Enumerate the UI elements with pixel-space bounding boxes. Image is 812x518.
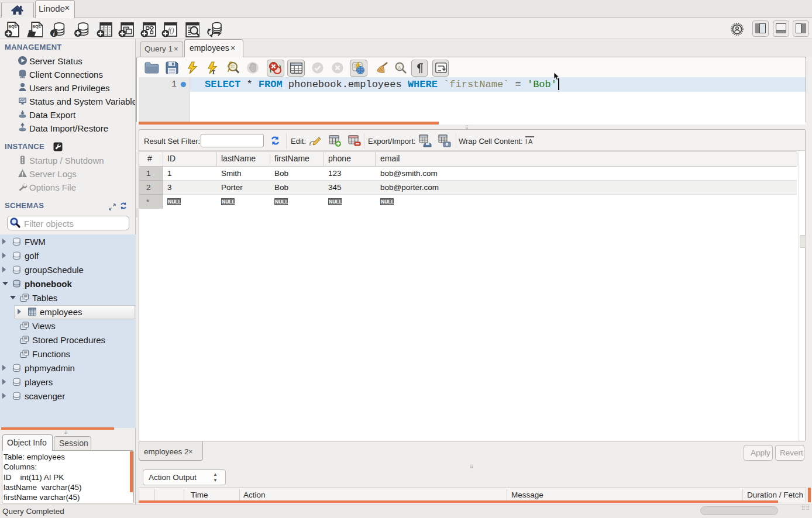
svg-text:I: I [525, 138, 527, 145]
svg-text:i: i [53, 30, 55, 37]
svg-text:A: A [528, 138, 533, 145]
svg-text:A: A [398, 65, 401, 70]
